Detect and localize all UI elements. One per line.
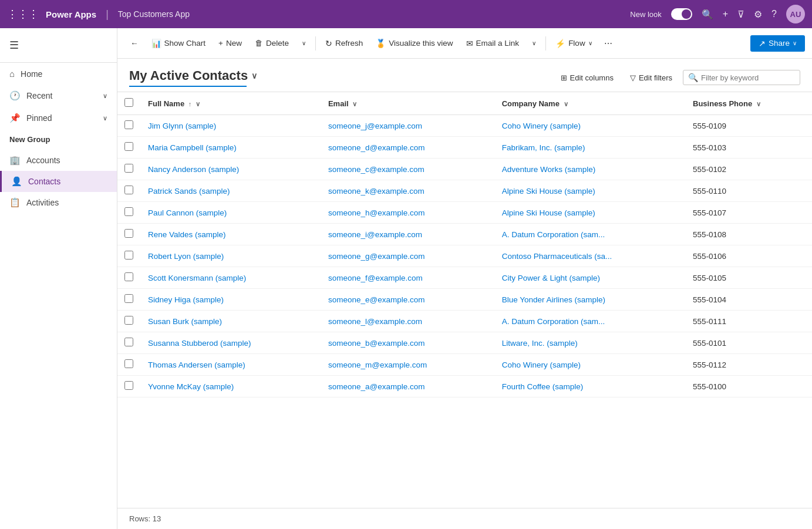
share-button[interactable]: ↗ Share ∨ <box>750 35 805 52</box>
help-icon[interactable]: ? <box>771 9 777 19</box>
column-company[interactable]: Company Name ∨ <box>495 92 686 115</box>
contact-company-cell[interactable]: Fourth Coffee (sample) <box>495 376 686 397</box>
row-checkbox-11[interactable] <box>124 359 133 368</box>
sidebar-item-home[interactable]: ⌂ Home <box>0 63 117 85</box>
refresh-button[interactable]: ↻ Refresh <box>319 35 369 52</box>
contact-name-cell[interactable]: Susanna Stubberod (sample) <box>141 332 321 354</box>
visualize-button[interactable]: 🏅 Visualize this view <box>370 35 459 52</box>
row-checkbox-0[interactable] <box>124 120 133 129</box>
back-button[interactable]: ← <box>124 35 144 51</box>
filter-input[interactable] <box>701 73 795 82</box>
column-phone[interactable]: Business Phone ∨ <box>686 92 812 115</box>
visualize-label: Visualize this view <box>389 39 453 48</box>
contact-company-cell[interactable]: Adventure Works (sample) <box>495 159 686 180</box>
contact-company-cell[interactable]: Alpine Ski House (sample) <box>495 202 686 224</box>
app-grid-icon[interactable]: ⋮⋮⋮ <box>7 8 39 21</box>
row-checkbox-9[interactable] <box>124 316 133 325</box>
email-link-button[interactable]: ✉ Email a Link <box>460 35 525 52</box>
edit-columns-button[interactable]: ⊞ Edit columns <box>555 70 619 85</box>
contact-name-cell[interactable]: Sidney Higa (sample) <box>141 289 321 311</box>
contact-company-cell[interactable]: Coho Winery (sample) <box>495 354 686 376</box>
sidebar-contacts-label: Contacts <box>28 177 60 186</box>
avatar[interactable]: AU <box>786 5 805 23</box>
row-checkbox-7[interactable] <box>124 272 133 281</box>
row-checkbox-cell <box>117 180 141 202</box>
contact-name-cell[interactable]: Patrick Sands (sample) <box>141 180 321 202</box>
col-name-dropdown-icon[interactable]: ∨ <box>196 100 200 107</box>
row-checkbox-2[interactable] <box>124 164 133 173</box>
filter-search-icon: 🔍 <box>688 73 698 82</box>
contact-name-cell[interactable]: Nancy Anderson (sample) <box>141 159 321 180</box>
nav-actions: New look 🔍 + ⊽ ⚙ ? AU <box>630 5 805 23</box>
row-checkbox-5[interactable] <box>124 229 133 238</box>
contact-company-cell[interactable]: Litware, Inc. (sample) <box>495 332 686 354</box>
filter-icon[interactable]: ⊽ <box>737 9 744 20</box>
show-chart-button[interactable]: 📊 Show Chart <box>146 35 212 52</box>
column-full-name[interactable]: Full Name ↑ ∨ <box>141 92 321 115</box>
contact-company-cell[interactable]: Contoso Pharmaceuticals (sa... <box>495 245 686 267</box>
row-checkbox-6[interactable] <box>124 251 133 260</box>
contact-name-cell[interactable]: Robert Lyon (sample) <box>141 245 321 267</box>
sidebar-item-activities[interactable]: 📋 Activities <box>0 192 117 213</box>
new-look-toggle[interactable] <box>671 8 692 20</box>
column-email[interactable]: Email ∨ <box>321 92 495 115</box>
row-checkbox-3[interactable] <box>124 186 133 194</box>
contact-company-cell[interactable]: City Power & Light (sample) <box>495 267 686 289</box>
edit-filters-button[interactable]: ▽ Edit filters <box>624 70 678 85</box>
flow-button[interactable]: ⚡ Flow ∨ <box>550 35 598 52</box>
accounts-icon: 🏢 <box>9 155 21 166</box>
email-chevron-icon: ∨ <box>532 40 536 46</box>
chart-icon: 📊 <box>151 39 161 48</box>
email-link-dropdown-button[interactable]: ∨ <box>526 36 542 50</box>
contact-name-cell[interactable]: Thomas Andersen (sample) <box>141 354 321 376</box>
contact-name-cell[interactable]: Scott Konersmann (sample) <box>141 267 321 289</box>
hamburger-icon[interactable]: ☰ <box>0 33 117 58</box>
contact-name-cell[interactable]: Yvonne McKay (sample) <box>141 376 321 397</box>
select-all-checkbox[interactable] <box>124 98 133 107</box>
row-checkbox-cell <box>117 311 141 332</box>
row-checkbox-1[interactable] <box>124 142 133 151</box>
row-checkbox-8[interactable] <box>124 294 133 303</box>
contact-phone-cell: 555-0101 <box>686 332 812 354</box>
sidebar-item-pinned[interactable]: 📌 Pinned ∨ <box>0 107 117 129</box>
sidebar-item-recent[interactable]: 🕐 Recent ∨ <box>0 85 117 107</box>
contact-company-cell[interactable]: Alpine Ski House (sample) <box>495 180 686 202</box>
app-name: Power Apps <box>46 9 96 19</box>
row-checkbox-cell <box>117 224 141 245</box>
contact-company-cell[interactable]: Fabrikam, Inc. (sample) <box>495 137 686 159</box>
settings-icon[interactable]: ⚙ <box>754 9 762 20</box>
row-checkbox-cell <box>117 245 141 267</box>
row-checkbox-10[interactable] <box>124 338 133 346</box>
col-company-dropdown-icon[interactable]: ∨ <box>564 100 568 107</box>
col-phone-label: Business Phone <box>693 99 752 108</box>
delete-dropdown-button[interactable]: ∨ <box>296 36 312 50</box>
col-email-dropdown-icon[interactable]: ∨ <box>352 100 357 107</box>
add-icon[interactable]: + <box>723 9 728 19</box>
delete-button[interactable]: 🗑 Delete <box>249 35 295 51</box>
col-name-label: Full Name <box>148 99 184 108</box>
contact-company-cell[interactable]: Coho Winery (sample) <box>495 115 686 137</box>
sidebar-item-accounts[interactable]: 🏢 Accounts <box>0 150 117 171</box>
row-checkbox-12[interactable] <box>124 381 133 390</box>
contact-company-cell[interactable]: A. Datum Corporation (sam... <box>495 224 686 245</box>
table-row: Susan Burk (sample) someone_l@example.co… <box>117 311 812 332</box>
contact-name-cell[interactable]: Rene Valdes (sample) <box>141 224 321 245</box>
contact-phone-cell: 555-0102 <box>686 159 812 180</box>
share-chevron-icon: ∨ <box>793 40 797 46</box>
home-icon: ⌂ <box>9 69 15 79</box>
contact-name-cell[interactable]: Jim Glynn (sample) <box>141 115 321 137</box>
header-checkbox-col[interactable] <box>117 92 141 115</box>
col-email-label: Email <box>328 99 349 108</box>
view-title-chevron[interactable]: ∨ <box>251 71 257 80</box>
search-icon[interactable]: 🔍 <box>702 9 713 20</box>
sidebar-item-contacts[interactable]: 👤 Contacts <box>0 171 117 192</box>
contact-name-cell[interactable]: Maria Campbell (sample) <box>141 137 321 159</box>
col-phone-dropdown-icon[interactable]: ∨ <box>756 100 761 107</box>
new-button[interactable]: + New <box>213 35 248 51</box>
more-button[interactable]: ⋯ <box>599 36 617 50</box>
contact-company-cell[interactable]: Blue Yonder Airlines (sample) <box>495 289 686 311</box>
row-checkbox-4[interactable] <box>124 207 133 216</box>
contact-name-cell[interactable]: Paul Cannon (sample) <box>141 202 321 224</box>
contact-company-cell[interactable]: A. Datum Corporation (sam... <box>495 311 686 332</box>
contact-name-cell[interactable]: Susan Burk (sample) <box>141 311 321 332</box>
